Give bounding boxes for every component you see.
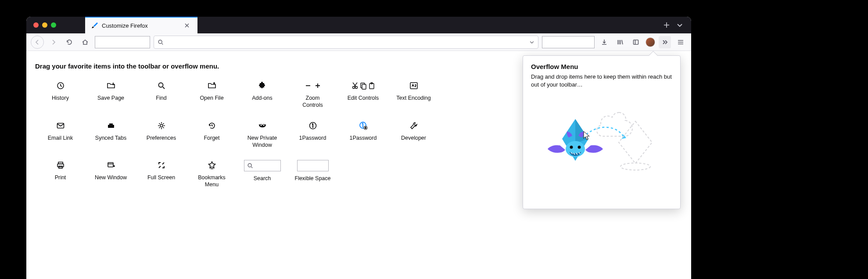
palette-item-open-file[interactable]: Open File <box>187 77 237 112</box>
folder-download-icon <box>106 80 116 91</box>
minimize-window-button[interactable] <box>42 22 47 28</box>
palette-item-search[interactable]: Search <box>237 156 287 192</box>
back-button[interactable] <box>31 36 44 49</box>
palette-item-bookmarks-menu[interactable]: Bookmarks Menu <box>187 156 237 192</box>
overflow-illustration <box>531 95 672 183</box>
cut-copy-paste-icon <box>351 80 376 91</box>
svg-rect-20 <box>365 127 366 129</box>
flexible-space-icon <box>297 160 329 171</box>
palette-item-1password-b[interactable]: 1Password <box>338 117 388 152</box>
palette-item-forget[interactable]: Forget <box>187 117 237 152</box>
palette-item-email-link[interactable]: Email Link <box>35 117 86 152</box>
overflow-title: Overflow Menu <box>531 63 672 70</box>
overflow-menu-button[interactable] <box>659 36 671 48</box>
1password-lock-icon <box>358 120 369 131</box>
all-tabs-button[interactable] <box>676 22 683 29</box>
search-box-icon <box>244 160 281 171</box>
1password-icon <box>308 120 318 131</box>
svg-point-28 <box>570 146 573 149</box>
palette-item-zoom-controls[interactable]: Zoom Controls <box>287 77 338 112</box>
new-tab-button[interactable] <box>663 22 670 29</box>
palette-item-1password-a[interactable]: 1Password <box>287 117 338 152</box>
svg-rect-12 <box>108 125 114 128</box>
palette-item-synced-tabs[interactable]: Synced Tabs <box>86 117 136 152</box>
svg-point-29 <box>578 146 581 149</box>
app-menu-button[interactable] <box>674 36 687 48</box>
palette-item-new-private-window[interactable]: New Private Window <box>237 117 287 152</box>
home-button[interactable] <box>79 36 91 48</box>
gear-icon <box>156 120 167 131</box>
palette-item-addons[interactable]: Add-ons <box>237 77 287 112</box>
tab-title: Customize Firefox <box>102 22 148 29</box>
folder-up-icon <box>207 80 217 91</box>
close-window-button[interactable] <box>33 22 39 28</box>
text-encoding-icon <box>409 80 419 91</box>
paintbrush-icon <box>91 22 98 29</box>
svg-point-25 <box>248 163 251 167</box>
toolbar-placeholder[interactable] <box>95 36 150 48</box>
puzzle-icon <box>257 80 268 91</box>
navigation-toolbar <box>26 33 691 51</box>
forward-button[interactable] <box>47 36 60 48</box>
window-controls <box>26 17 61 33</box>
tab-strip-controls <box>655 17 691 33</box>
svg-point-14 <box>160 124 163 127</box>
library-button[interactable] <box>614 36 626 48</box>
svg-point-26 <box>621 163 650 170</box>
svg-rect-8 <box>369 83 374 89</box>
svg-point-16 <box>263 124 264 126</box>
customize-palette: History Save Page Find Open File Add-ons… <box>35 77 491 192</box>
palette-item-preferences[interactable]: Preferences <box>136 117 187 152</box>
fullscreen-icon <box>156 160 167 170</box>
palette-item-text-encoding[interactable]: Text Encoding <box>388 77 439 112</box>
url-bar[interactable] <box>154 36 538 49</box>
svg-point-15 <box>260 124 262 126</box>
svg-point-4 <box>352 87 355 89</box>
palette-item-developer[interactable]: Developer <box>388 117 439 152</box>
svg-rect-22 <box>57 164 64 167</box>
svg-rect-11 <box>57 123 64 128</box>
palette-item-new-window[interactable]: New Window <box>86 156 136 192</box>
browser-window: Customize Firefox <box>26 17 691 279</box>
mail-icon <box>55 120 66 131</box>
svg-rect-13 <box>109 123 113 125</box>
dropdown-icon[interactable] <box>529 40 534 45</box>
palette-item-history[interactable]: History <box>35 77 86 112</box>
wrench-icon <box>409 120 419 131</box>
mask-icon <box>257 120 268 131</box>
tab-customize[interactable]: Customize Firefox <box>85 17 197 33</box>
forget-icon <box>207 120 217 131</box>
titlebar: Customize Firefox <box>26 17 691 33</box>
palette-item-flexible-space[interactable]: Flexible Space <box>287 156 338 192</box>
reload-button[interactable] <box>63 36 75 48</box>
toolbar-placeholder-2[interactable] <box>542 36 595 48</box>
profile-avatar[interactable] <box>646 37 655 47</box>
sidebar-button[interactable] <box>630 36 642 48</box>
svg-rect-1 <box>634 40 638 44</box>
new-window-icon <box>106 160 116 170</box>
palette-item-save-page[interactable]: Save Page <box>86 77 136 112</box>
svg-point-0 <box>158 40 162 43</box>
palette-item-edit-controls[interactable]: Edit Controls <box>338 77 388 112</box>
maximize-window-button[interactable] <box>51 22 56 28</box>
overflow-description: Drag and drop items here to keep them wi… <box>531 73 672 89</box>
star-icon <box>207 160 217 170</box>
svg-point-3 <box>158 83 163 87</box>
history-icon <box>55 80 66 91</box>
close-tab-button[interactable] <box>183 22 191 29</box>
downloads-button[interactable] <box>598 36 610 48</box>
palette-item-find[interactable]: Find <box>136 77 187 112</box>
svg-rect-24 <box>108 163 113 167</box>
svg-point-5 <box>355 87 357 89</box>
synced-tabs-icon <box>106 120 116 131</box>
print-icon <box>55 160 66 170</box>
palette-item-print[interactable]: Print <box>35 156 86 192</box>
palette-item-full-screen[interactable]: Full Screen <box>136 156 187 192</box>
svg-rect-7 <box>362 84 366 89</box>
search-icon <box>156 80 167 91</box>
overflow-menu-panel: Overflow Menu Drag and drop items here t… <box>523 55 681 209</box>
zoom-icon <box>304 80 322 91</box>
search-icon <box>158 39 164 45</box>
